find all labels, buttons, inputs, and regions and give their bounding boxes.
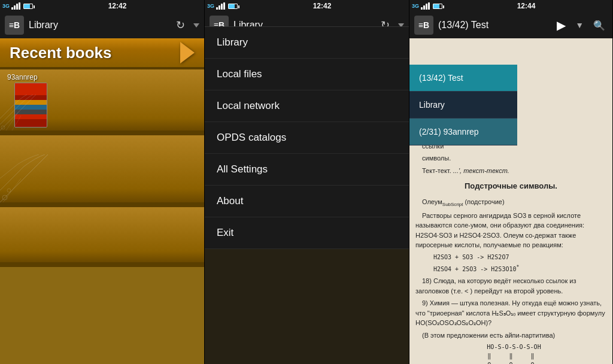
signal-bars-left bbox=[11, 2, 20, 10]
time-left: 12:42 bbox=[108, 2, 127, 10]
shelf-title-left: Recent books bbox=[10, 44, 112, 62]
signal-bar-m3 bbox=[221, 4, 223, 10]
formula-1: H2SO3 + SO3 -> H2S2O7 bbox=[427, 253, 606, 262]
time-right: 12:44 bbox=[517, 2, 536, 10]
context-item-test[interactable]: (13/42) Test bbox=[409, 65, 517, 92]
shelf-row-2-left bbox=[0, 135, 204, 207]
status-bar-left: 3G 12:42 bbox=[0, 0, 204, 12]
signal-3g-middle: 3G bbox=[207, 3, 214, 9]
signal-bar-r1 bbox=[421, 7, 423, 10]
chapter-title: Подстрочные символы. bbox=[415, 180, 606, 192]
signal-bar-m4 bbox=[223, 2, 225, 10]
menu-down-right[interactable]: ▼ bbox=[573, 18, 586, 32]
para-5: (В этом предложении есть айпи-партитива) bbox=[415, 330, 606, 341]
menu-item-about[interactable]: About bbox=[205, 186, 409, 217]
signal-bar-3 bbox=[16, 4, 18, 10]
menu-item-exit[interactable]: Exit bbox=[205, 217, 409, 249]
context-menu-right: (13/42) Test Library (2/31) 93annrep bbox=[409, 65, 517, 145]
time-middle: 12:42 bbox=[313, 2, 332, 10]
context-item-93annrep[interactable]: (2/31) 93annrep bbox=[409, 119, 517, 145]
para-3: 18) Слюда, на которую ведёт несколько сс… bbox=[415, 276, 606, 296]
status-left-right: 3G bbox=[412, 2, 442, 10]
text-line-text: Тект-тект. ...', текст-текст. bbox=[415, 166, 606, 176]
status-time-middle: 12:42 bbox=[313, 2, 332, 10]
battery-left bbox=[23, 4, 33, 9]
para-4: 9) Химия — штука полезная. Ну откуда ещё… bbox=[415, 298, 606, 328]
menu-item-local-network[interactable]: Local network bbox=[205, 90, 409, 122]
menu-item-library[interactable]: Library bbox=[205, 27, 409, 59]
status-time-right: 12:44 bbox=[517, 2, 536, 10]
signal-bar-4 bbox=[19, 2, 20, 10]
status-left-left: 3G bbox=[2, 2, 33, 10]
bookshelf-left: Recent books 93annrep bbox=[0, 38, 204, 364]
panel-right: 3G 12:44 ≡B (13/42) Test ▶ ▼ 🔍 bbox=[409, 0, 613, 364]
shelf-row-3-left bbox=[0, 207, 204, 267]
book-label-1-left: 93annrep bbox=[0, 69, 204, 83]
menu-item-opds[interactable]: OPDS catalogs bbox=[205, 122, 409, 154]
signal-bar-m1 bbox=[216, 7, 218, 10]
toolbar-title-left: Library bbox=[29, 20, 169, 31]
toolbar-title-right: (13/42) Test bbox=[438, 20, 550, 31]
status-left-middle: 3G bbox=[207, 2, 238, 10]
dropdown-arrow-left[interactable] bbox=[193, 23, 199, 28]
reading-text: источник.18 ме в заголовке. ссылки симво… bbox=[409, 109, 612, 364]
refresh-button-left[interactable] bbox=[174, 16, 187, 34]
battery-middle bbox=[228, 4, 238, 9]
status-bar-middle: 3G 12:42 bbox=[205, 0, 409, 12]
signal-bar-r4 bbox=[428, 2, 430, 10]
signal-3g-right: 3G bbox=[412, 3, 419, 9]
para-formula-structure: HO-S-O-S-O-S-OH‖ ‖ ‖O O O bbox=[415, 342, 606, 364]
dropdown-menu-middle: Library Local files Local network OPDS c… bbox=[205, 26, 409, 249]
shelf-row-1-left: 93annrep bbox=[0, 69, 204, 135]
cobweb-decoration2-left bbox=[0, 154, 48, 202]
text-line-symbols: символы. bbox=[415, 153, 606, 163]
toolbar-right: ≡B (13/42) Test ▶ ▼ 🔍 bbox=[409, 12, 612, 38]
para-1: ОлеумSubScript (подстрочие) bbox=[415, 197, 606, 208]
signal-bar-m2 bbox=[219, 5, 220, 10]
signal-bar-r3 bbox=[426, 4, 427, 10]
battery-right bbox=[433, 4, 442, 9]
status-time-left: 12:42 bbox=[108, 2, 127, 10]
status-bar-right: 3G 12:44 bbox=[409, 0, 612, 12]
toolbar-left: ≡B Library bbox=[0, 12, 204, 38]
signal-bar-r2 bbox=[423, 5, 425, 10]
panel-left: 3G 12:42 ≡B Library bbox=[0, 0, 205, 364]
signal-bars-right bbox=[421, 2, 430, 10]
forward-button-right[interactable]: ▶ bbox=[554, 16, 568, 35]
signal-bars-middle bbox=[216, 2, 225, 10]
menu-item-settings[interactable]: All Settings bbox=[205, 154, 409, 186]
reading-area: (13/42) Test Library (2/31) 93annrep ист… bbox=[409, 38, 612, 364]
formula-2: H2SO4 + 2SO3 -> H2S3O10* bbox=[427, 264, 606, 274]
cobweb-decoration-left bbox=[0, 95, 36, 131]
menu-item-local-files[interactable]: Local files bbox=[205, 59, 409, 90]
signal-3g-left: 3G bbox=[2, 3, 10, 9]
app-logo-right: ≡B bbox=[414, 16, 433, 35]
search-button-right[interactable]: 🔍 bbox=[591, 17, 608, 34]
shelf-next-arrow-left[interactable] bbox=[180, 42, 195, 63]
app-logo-left: ≡B bbox=[5, 16, 24, 35]
shelf-header-left: Recent books bbox=[0, 38, 204, 69]
para-2: Растворы серного ангидрида SO3 в серной … bbox=[415, 211, 606, 250]
context-item-library[interactable]: Library bbox=[409, 92, 517, 119]
signal-bar-2 bbox=[14, 5, 16, 10]
svg-point-2 bbox=[7, 189, 11, 192]
signal-bar-1 bbox=[11, 7, 13, 10]
panel-middle: 3G 12:42 ≡B Library R bbox=[205, 0, 409, 364]
